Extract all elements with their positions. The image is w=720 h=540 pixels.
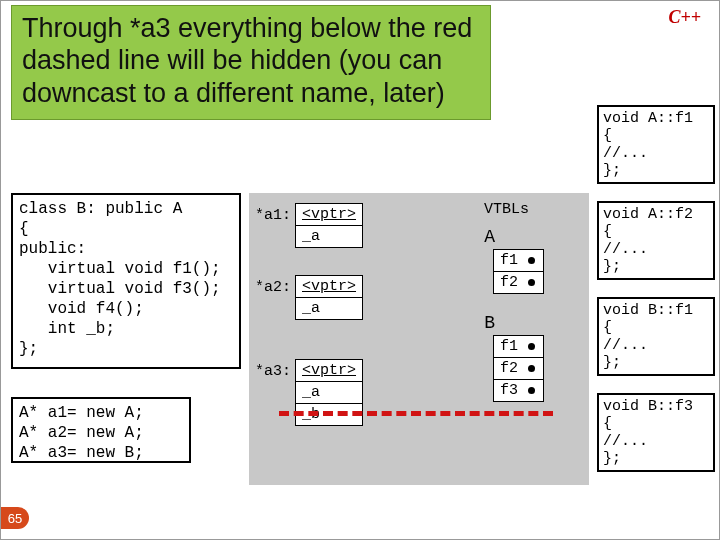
- lang-label: C++: [668, 7, 701, 28]
- obj-a3-row1: _a: [296, 382, 363, 404]
- code-fn-b-f1: void B::f1 { //... };: [597, 297, 715, 376]
- slide-root: C++ Through *a3 everything below the red…: [0, 0, 720, 540]
- vtbl-a-row0: f1: [493, 250, 543, 272]
- obj-a1-row1: _a: [296, 226, 363, 248]
- vtbl-b-title: B: [484, 313, 495, 333]
- code-fn-b-f3: void B::f3 { //... };: [597, 393, 715, 472]
- obj-a2-row1: _a: [296, 298, 363, 320]
- obj-a1-table: <vptr> _a: [295, 203, 363, 248]
- code-instances: A* a1= new A; A* a2= new A; A* a3= new B…: [11, 397, 191, 463]
- red-dashed-line: [279, 411, 553, 416]
- page-number-badge: 65: [1, 507, 29, 529]
- vtbl-b-table: f1 f2 f3: [493, 335, 544, 402]
- vtbl-b-row0: f1: [493, 336, 543, 358]
- vtbl-a-title: A: [484, 227, 495, 247]
- code-fn-a-f1: void A::f1 { //... };: [597, 105, 715, 184]
- vtbls-heading: VTBLs: [484, 201, 529, 218]
- obj-a2-row0: <vptr>: [296, 276, 363, 298]
- vtbl-b-row2: f3: [493, 380, 543, 402]
- obj-a3-label: *a3:: [255, 363, 291, 380]
- obj-a1-row0: <vptr>: [296, 204, 363, 226]
- diagram-panel: *a1: <vptr> _a *a2: <vptr> _a *a3: <vptr…: [249, 193, 589, 485]
- vtbl-b-row1: f2: [493, 358, 543, 380]
- vtbl-a-table: f1 f2: [493, 249, 544, 294]
- vtbl-a-row1: f2: [493, 272, 543, 294]
- obj-a2-table: <vptr> _a: [295, 275, 363, 320]
- obj-a2-label: *a2:: [255, 279, 291, 296]
- obj-a1-label: *a1:: [255, 207, 291, 224]
- code-class-b: class B: public A { public: virtual void…: [11, 193, 241, 369]
- code-fn-a-f2: void A::f2 { //... };: [597, 201, 715, 280]
- explanation-callout: Through *a3 everything below the red das…: [11, 5, 491, 120]
- obj-a3-row0: <vptr>: [296, 360, 363, 382]
